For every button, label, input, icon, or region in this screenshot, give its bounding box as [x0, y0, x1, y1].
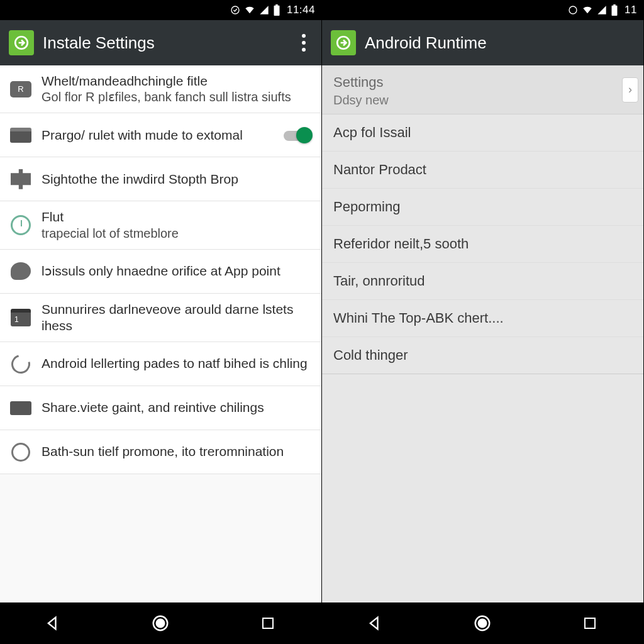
item-subtitle: trapecial lot of stmeblore	[42, 226, 313, 242]
wifi-icon	[244, 5, 255, 15]
sync-icon	[230, 5, 240, 15]
list-item[interactable]: Sunnurires darlneveove arould darne lste…	[0, 294, 321, 343]
phone-right: 11 Android Runtime Settings Ddsy new › A…	[322, 0, 644, 644]
list-item[interactable]: Acp fol Issail	[322, 114, 643, 152]
nav-home-button[interactable]	[468, 609, 497, 638]
svg-point-5	[157, 619, 165, 628]
list-item[interactable]: Peporming	[322, 189, 643, 226]
item-title: Android lellerting pades to natf bihed i…	[42, 355, 313, 372]
status-time: 11	[625, 4, 637, 16]
status-bar: 11:44	[0, 0, 321, 20]
chevron-right-icon[interactable]: ›	[622, 77, 638, 103]
action-bar: Instale Settings	[0, 20, 321, 65]
list-item[interactable]: Referidor neilt,5 sooth	[322, 226, 643, 263]
section-title: Settings	[333, 74, 632, 91]
list-item[interactable]: Bath-sun tielf promone, ito treromninati…	[0, 430, 321, 474]
list-item[interactable]: Sightothe the inwdird Stopth Brop	[0, 157, 321, 201]
clock-icon	[9, 213, 33, 237]
item-subtitle: Gol flor R plɛfiles, bank fanch sull lis…	[42, 89, 313, 105]
list-item[interactable]: Share.viete gaint, and reintive chilings	[0, 386, 321, 430]
section-header[interactable]: Settings Ddsy new ›	[322, 65, 643, 114]
nav-back-button[interactable]	[361, 609, 390, 638]
list-item[interactable]: Whini The Top-ABK chert....	[322, 300, 643, 337]
navigation-bar	[322, 602, 643, 644]
sync-icon	[568, 5, 578, 15]
signal-icon	[259, 5, 269, 15]
item-title: Share.viete gaint, and reintive chilings	[42, 399, 313, 416]
svg-rect-13	[585, 618, 595, 628]
runtime-content: Settings Ddsy new › Acp fol Issail Nanto…	[322, 65, 643, 602]
settings-list[interactable]: R Whelt/mandeadhchingle fitle Gol flor R…	[0, 65, 321, 474]
app-icon[interactable]	[9, 30, 34, 55]
refresh-icon	[9, 352, 33, 376]
empty-area	[322, 374, 643, 602]
app-icon[interactable]	[331, 30, 356, 55]
phone-left: 11:44 Instale Settings R Whelt/mandeadhc…	[0, 0, 322, 644]
item-title: Flut	[42, 209, 313, 225]
action-bar-title: Android Runtime	[365, 33, 635, 53]
back-icon	[9, 440, 33, 464]
status-time: 11:44	[287, 4, 315, 16]
item-title: Sightothe the inwdird Stopth Brop	[42, 171, 313, 187]
item-title: Whelt/mandeadhchingle fitle	[42, 73, 313, 89]
list-item[interactable]: Prargo/ rulet with mude to extomal	[0, 113, 321, 157]
list-item[interactable]: lɔissuls only hnaedne orifice at App poi…	[0, 250, 321, 294]
runtime-list: Acp fol Issail Nantor Prodact Peporming …	[322, 114, 643, 374]
chat-icon	[9, 259, 33, 283]
nav-recents-button[interactable]	[253, 609, 282, 638]
svg-point-7	[569, 6, 577, 14]
puzzle-icon	[9, 167, 33, 191]
status-bar: 11	[322, 0, 643, 20]
share-icon	[9, 396, 33, 420]
navigation-bar	[0, 602, 321, 644]
item-title: Prargo/ rulet with mude to extomal	[42, 127, 275, 143]
wifi-icon	[582, 5, 593, 15]
badge-icon: R	[9, 77, 33, 101]
nav-recents-button[interactable]	[575, 609, 604, 638]
wallet-icon	[9, 123, 33, 147]
list-item[interactable]: Android lellerting pades to natf bihed i…	[0, 342, 321, 386]
item-title: lɔissuls only hnaedne orifice at App poi…	[42, 263, 313, 279]
svg-rect-8	[612, 6, 618, 16]
nav-back-button[interactable]	[39, 609, 68, 638]
svg-point-12	[479, 619, 487, 628]
svg-rect-2	[275, 4, 278, 6]
battery-icon	[611, 4, 618, 16]
list-item[interactable]: R Whelt/mandeadhchingle fitle Gol flor R…	[0, 65, 321, 113]
action-bar-title: Instale Settings	[43, 33, 286, 53]
list-item[interactable]: Cold thinger	[322, 337, 643, 374]
nav-home-button[interactable]	[146, 609, 175, 638]
toggle-switch[interactable]	[284, 127, 313, 143]
list-item[interactable]: Flut trapecial lot of stmeblore	[0, 201, 321, 249]
settings-list-container: R Whelt/mandeadhchingle fitle Gol flor R…	[0, 65, 321, 602]
item-title: Sunnurires darlneveove arould darne lste…	[42, 301, 313, 335]
overflow-menu-button[interactable]	[295, 34, 313, 52]
item-title: Bath-sun tielf promone, ito treromninati…	[42, 443, 313, 460]
calendar-icon	[9, 306, 33, 330]
svg-rect-6	[263, 618, 273, 628]
svg-rect-1	[274, 6, 279, 16]
svg-rect-9	[613, 4, 616, 6]
section-subtitle: Ddsy new	[333, 93, 632, 108]
list-item[interactable]: Nantor Prodact	[322, 152, 643, 189]
battery-icon	[273, 4, 280, 16]
signal-icon	[597, 5, 607, 15]
action-bar: Android Runtime	[322, 20, 643, 65]
svg-point-0	[231, 6, 239, 14]
list-item[interactable]: Tair, onnroritud	[322, 263, 643, 300]
